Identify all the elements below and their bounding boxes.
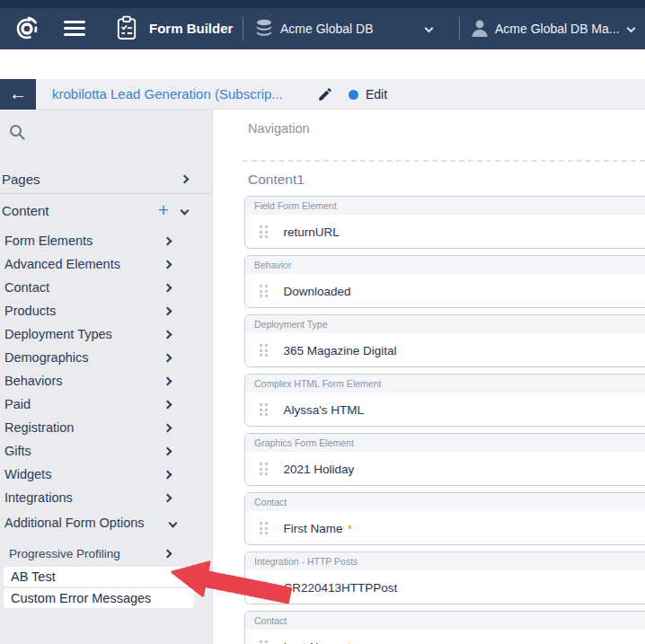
navigation-section-label: Navigation — [248, 121, 310, 136]
sidebar-item-deployment-types[interactable]: Deployment Types — [0, 322, 212, 346]
form-element-card-http-post[interactable]: Integration - HTTP Posts CR220413HTTPPos… — [244, 551, 645, 604]
item-label: AB Test — [11, 569, 56, 584]
chevron-right-icon — [163, 236, 172, 245]
form-canvas: Navigation Content1 Field Form Element r… — [213, 110, 645, 644]
form-element-list: Field Form Element returnURL Behavior Do… — [244, 196, 645, 644]
sidebar-item-behaviors[interactable]: Behaviors — [0, 369, 212, 393]
drag-handle-icon[interactable] — [260, 463, 268, 475]
sidebar-item-contact[interactable]: Contact — [0, 276, 212, 299]
drag-handle-icon[interactable] — [260, 403, 268, 416]
chevron-down-icon[interactable] — [425, 24, 434, 33]
required-asterisk: * — [347, 640, 352, 644]
card-value: returnURL — [284, 225, 340, 239]
chevron-right-icon — [163, 423, 172, 432]
card-type-label: Complex HTML Form Element — [254, 378, 381, 389]
chevron-right-icon — [163, 353, 172, 362]
sidebar-item-products[interactable]: Products — [0, 299, 212, 322]
chevron-right-icon — [163, 260, 172, 269]
card-type-label: Graphics Form Element — [254, 437, 354, 448]
item-label: Paid — [4, 397, 31, 411]
card-type-label: Field Form Element — [254, 200, 337, 211]
sidebar-item-progressive-profiling[interactable]: Progressive Profiling — [0, 542, 212, 565]
status-label: Edit — [366, 79, 387, 110]
item-label: Additional Form Options — [4, 516, 145, 530]
item-label: Registration — [4, 420, 74, 435]
form-title: krobilotta Lead Generation (Subscrip... — [52, 79, 283, 110]
chevron-down-icon[interactable] — [627, 24, 636, 33]
window-top-strip — [0, 0, 645, 8]
sidebar: Pages Content + Form Elements Advanced E… — [0, 110, 213, 644]
pages-label: Pages — [2, 172, 40, 187]
sidebar-item-widgets[interactable]: Widgets — [0, 463, 212, 486]
sidebar-item-custom-error-messages[interactable]: Custom Error Messages — [4, 588, 194, 608]
sidebar-item-registration[interactable]: Registration — [0, 416, 212, 439]
card-type-label: Deployment Type — [254, 319, 328, 330]
sidebar-divider — [0, 193, 212, 194]
sidebar-item-paid[interactable]: Paid — [0, 393, 212, 416]
sidebar-item-integrations[interactable]: Integrations — [0, 486, 212, 509]
search-icon[interactable] — [9, 124, 25, 140]
form-element-card-2021-holiday[interactable]: Graphics Form Element 2021 Holiday — [244, 433, 645, 486]
brand-logo-icon[interactable] — [14, 15, 40, 40]
item-label: Contact — [4, 280, 49, 295]
card-value: First Name — [284, 522, 343, 535]
form-element-card-365-magazine[interactable]: Deployment Type 365 Magazine Digital — [244, 314, 645, 367]
back-button[interactable]: ← — [0, 79, 36, 110]
required-asterisk: * — [348, 521, 353, 536]
chevron-right-icon — [163, 549, 172, 558]
database-icon — [255, 19, 273, 39]
form-toolbar: ← krobilotta Lead Generation (Subscrip..… — [0, 79, 645, 110]
form-element-card-downloaded[interactable]: Behavior Downloaded — [244, 255, 645, 308]
card-type-label: Behavior — [254, 260, 291, 270]
drag-handle-icon[interactable] — [260, 581, 268, 594]
drag-handle-icon[interactable] — [260, 285, 268, 297]
drag-handle-icon[interactable] — [260, 522, 268, 534]
navbar-divider — [243, 17, 243, 40]
plus-icon[interactable]: + — [158, 201, 169, 219]
sidebar-item-demographics[interactable]: Demographics — [0, 346, 212, 369]
chevron-right-icon — [163, 283, 172, 292]
chevron-right-icon — [163, 470, 172, 479]
sidebar-item-advanced-elements[interactable]: Advanced Elements — [0, 252, 212, 276]
card-type-label: Contact — [254, 497, 287, 507]
chevron-right-icon — [181, 174, 190, 183]
chevron-right-icon — [163, 376, 172, 385]
chevron-right-icon — [163, 330, 172, 339]
pencil-icon[interactable] — [317, 86, 333, 102]
hamburger-menu-icon[interactable] — [64, 21, 85, 36]
sidebar-item-ab-test[interactable]: AB Test — [4, 567, 194, 587]
card-type-label: Integration - HTTP Posts — [254, 556, 358, 567]
page-title: Content1 — [248, 172, 305, 188]
status-dot-icon — [349, 90, 358, 100]
database-selector[interactable]: Acme Global DB — [280, 22, 373, 36]
item-label: Progressive Profiling — [9, 547, 120, 560]
card-value: Alyssa's HTML — [284, 403, 365, 417]
chevron-down-icon — [169, 518, 178, 527]
item-label: Deployment Types — [4, 327, 112, 341]
account-selector[interactable]: Acme Global DB Ma... — [495, 22, 620, 36]
card-value: 2021 Holiday — [284, 463, 355, 476]
chevron-down-icon[interactable] — [181, 206, 190, 215]
top-navbar: Form Builder Acme Global DB Acme Global … — [0, 8, 645, 49]
form-element-card-returnurl[interactable]: Field Form Element returnURL — [244, 196, 645, 249]
content-category-list: Form Elements Advanced Elements Contact … — [0, 229, 212, 509]
drag-handle-icon[interactable] — [260, 344, 268, 357]
card-value: Last Name — [284, 640, 342, 644]
form-element-card-first-name[interactable]: Contact First Name * — [244, 492, 645, 545]
item-label: Integrations — [4, 490, 73, 505]
sidebar-item-form-elements[interactable]: Form Elements — [0, 229, 212, 252]
item-label: Gifts — [4, 444, 31, 458]
sidebar-item-pages[interactable]: Pages — [0, 168, 212, 190]
form-element-card-last-name[interactable]: Contact Last Name * — [244, 611, 645, 644]
sidebar-item-content[interactable]: Content + — [0, 199, 212, 221]
form-element-card-alyssas-html[interactable]: Complex HTML Form Element Alyssa's HTML — [244, 374, 645, 427]
navbar-divider — [459, 17, 460, 40]
item-label: Advanced Elements — [4, 257, 120, 271]
drag-handle-icon[interactable] — [260, 640, 268, 644]
sidebar-item-additional-form-options[interactable]: Additional Form Options — [0, 511, 212, 534]
drag-handle-icon[interactable] — [260, 225, 268, 238]
card-value: 365 Magazine Digital — [284, 344, 397, 357]
content-label: Content — [2, 203, 49, 218]
sidebar-item-gifts[interactable]: Gifts — [0, 439, 212, 463]
chevron-right-icon — [163, 306, 172, 315]
